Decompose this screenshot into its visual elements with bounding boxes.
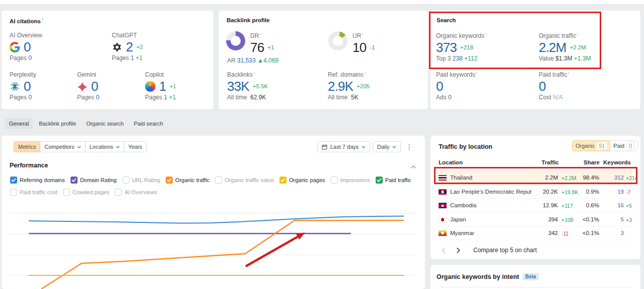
checkbox-organic-traffic-value[interactable]: Organic traffic value xyxy=(215,177,274,184)
checkbox-organic-traffic[interactable]: Organic traffic xyxy=(166,177,209,184)
metric-checkbox-row-2: Paid traffic costCrawled pagesAI Overvie… xyxy=(10,189,157,196)
metric-perplexity: Perplexity 0 Pages 0 xyxy=(10,71,36,101)
traffic-value: 342 xyxy=(518,230,558,236)
dr-value[interactable]: 76 xyxy=(250,42,264,52)
date-range-picker[interactable]: Last 7 days xyxy=(317,141,370,152)
backlinks-value[interactable]: 33K xyxy=(227,81,249,91)
share-value: 0.6% xyxy=(586,202,599,208)
chart-filter-buttons: Metrics Competitors Locations Years xyxy=(14,141,147,152)
checkbox-ai-overviews[interactable]: AI Overviews xyxy=(115,189,157,196)
keywords-value[interactable]: 3 xyxy=(621,230,624,236)
beta-badge: Beta xyxy=(523,273,539,280)
checkbox-impressions[interactable]: Impressions xyxy=(331,177,370,184)
myanmar-flag xyxy=(439,230,447,236)
info-icon: i xyxy=(362,32,363,36)
traffic-change: +108 xyxy=(561,217,574,223)
metric-ur: URi 10-1 xyxy=(352,32,375,52)
keywords-change: +3 xyxy=(626,217,632,223)
location-name: Cambodia xyxy=(450,202,476,208)
next-page-icon[interactable] xyxy=(456,247,460,254)
checkbox-organic-pages[interactable]: Organic pages xyxy=(279,177,325,184)
chevron-down-icon xyxy=(392,146,396,148)
keywords-value[interactable]: 16 xyxy=(617,202,624,208)
ai-overview-value[interactable]: 0 xyxy=(24,42,31,52)
metric-ai-overview: AI Overview 0 Pages 0 xyxy=(10,32,42,62)
chatgpt-value[interactable]: 2 xyxy=(126,42,133,52)
ai-citations-title: AI citationsi xyxy=(10,17,43,24)
copilot-value[interactable]: 1 xyxy=(159,81,166,91)
backlink-profile-title: Backlink profile xyxy=(227,17,270,23)
checkbox-url-rating[interactable]: URL Rating xyxy=(122,177,160,184)
info-icon: i xyxy=(365,71,366,75)
traffic-value: 394 xyxy=(518,216,558,222)
traffic-change: +117 xyxy=(561,203,573,209)
years-button[interactable]: Years xyxy=(124,141,147,152)
annotation-box-search xyxy=(429,12,601,69)
chevron-down-icon xyxy=(77,146,81,148)
share-value: <0.1% xyxy=(583,216,599,222)
locations-button[interactable]: Locations xyxy=(85,141,124,152)
location-row-myanmar: Myanmar342-11<0.1%3 xyxy=(436,226,632,240)
metric-dr: DRi 76+1 xyxy=(250,32,274,52)
ar-line: AR 31,533 ▲4,069 xyxy=(227,57,278,64)
gemini-icon xyxy=(77,81,88,92)
chevron-down-icon xyxy=(116,146,120,148)
keywords-value[interactable]: 5 xyxy=(621,216,624,222)
metric-gemini: Gemini 0 Pages 0 xyxy=(77,71,99,101)
chatgpt-icon xyxy=(112,42,122,52)
info-icon: i xyxy=(42,17,43,22)
keywords-value[interactable]: 19 xyxy=(617,189,624,195)
traffic-change: -11 xyxy=(561,230,568,237)
share-value: <0.1% xyxy=(583,230,599,236)
tab-backlink-profile[interactable]: Backlink profile xyxy=(35,118,80,129)
metric-backlinks: Backlinksi 33K+5.5K All time 62.9K xyxy=(227,71,268,101)
metrics-button[interactable]: Metrics xyxy=(14,141,40,152)
prev-page-icon[interactable] xyxy=(442,247,446,254)
report-tabs: General Backlink profile Organic search … xyxy=(5,118,169,129)
keywords-by-intent-panel: Organic keywords by intentBeta xyxy=(431,265,640,289)
checkbox-crawled-pages[interactable]: Crawled pages xyxy=(63,189,109,196)
metric-ref-domains: Ref. domainsi 2.9K+205 All time 5K xyxy=(328,71,370,101)
checkbox-domain-rating[interactable]: Domain Rating xyxy=(70,177,117,184)
tab-general[interactable]: General xyxy=(5,118,33,129)
perplexity-value[interactable]: 0 xyxy=(24,81,31,91)
metric-chatgpt: ChatGPT 2 +2 Pages 1 +1 xyxy=(112,32,143,62)
paid-traffic-value[interactable]: 0 xyxy=(539,81,546,91)
location-name: Japan xyxy=(450,216,466,222)
info-icon: i xyxy=(254,71,255,75)
metric-checkbox-row-1: Referring domainsDomain RatingURL Rating… xyxy=(10,177,411,184)
google-icon xyxy=(10,42,20,52)
metric-copilot: Copilot 1 +1 Pages 1 +1 xyxy=(145,71,176,101)
collapse-chevron-icon[interactable] xyxy=(410,165,416,169)
info-icon: i xyxy=(568,71,569,75)
checkbox-paid-traffic[interactable]: Paid traffic xyxy=(376,177,411,184)
checkbox-paid-traffic-cost[interactable]: Paid traffic cost xyxy=(10,189,57,196)
keywords-change: -7 xyxy=(626,189,630,195)
laos-flag xyxy=(439,189,447,195)
more-options-kebab-icon[interactable]: ⋮ xyxy=(406,142,413,152)
competitors-button[interactable]: Competitors xyxy=(40,141,85,152)
traffic-value: 12.9K xyxy=(518,202,558,208)
calendar-icon xyxy=(322,144,327,150)
traffic-by-location-title: Traffic by location xyxy=(439,143,492,150)
metric-paid-traffic: Paid traffici 0 Cost N/A xyxy=(539,71,569,101)
organic-toggle[interactable]: Organic51 xyxy=(572,140,610,151)
metric-paid-keywords: Paid keywordsi 0 Ads 0 xyxy=(436,71,477,101)
ur-donut-chart xyxy=(328,31,347,50)
info-icon: i xyxy=(260,32,261,36)
perplexity-icon xyxy=(10,81,20,92)
tab-organic-search[interactable]: Organic search xyxy=(82,118,128,129)
checkbox-referring-domains[interactable]: Referring domains xyxy=(10,177,65,184)
granularity-picker[interactable]: Daily xyxy=(373,141,401,152)
location-name: Myanmar xyxy=(450,230,474,236)
ur-value[interactable]: 10 xyxy=(352,42,366,52)
traffic-value: 20.2K xyxy=(518,189,558,195)
intent-divider xyxy=(439,287,632,287)
paid-keywords-value[interactable]: 0 xyxy=(436,81,443,91)
paid-toggle[interactable]: Paid0 xyxy=(610,140,638,151)
tab-paid-search[interactable]: Paid search xyxy=(130,118,167,129)
performance-heading: Performance xyxy=(10,162,48,169)
ref-domains-value[interactable]: 2.9K xyxy=(328,81,353,91)
compare-top5-link[interactable]: Compare top 5 on chart xyxy=(473,247,537,254)
gemini-value[interactable]: 0 xyxy=(91,81,98,91)
